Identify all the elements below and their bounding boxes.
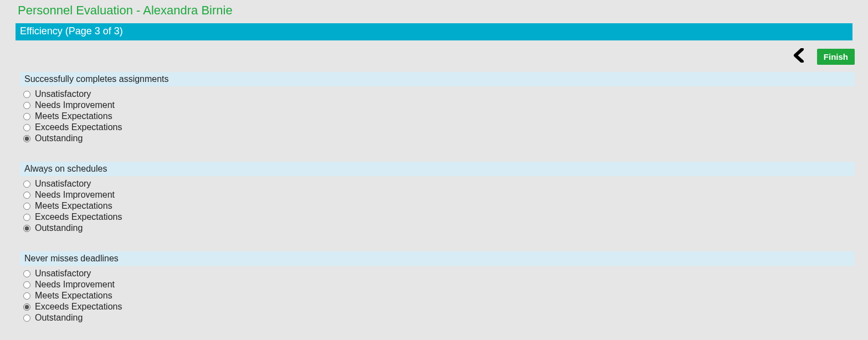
option-label[interactable]: Meets Expectations bbox=[35, 291, 112, 301]
option-row[interactable]: Exceeds Expectations bbox=[23, 301, 855, 312]
option-label[interactable]: Outstanding bbox=[35, 133, 83, 143]
option-radio[interactable] bbox=[23, 203, 30, 210]
finish-button[interactable]: Finish bbox=[817, 49, 855, 65]
option-row[interactable]: Meets Expectations bbox=[23, 290, 855, 301]
option-label[interactable]: Exceeds Expectations bbox=[35, 212, 122, 222]
option-radio[interactable] bbox=[23, 303, 30, 311]
option-label[interactable]: Needs Improvement bbox=[35, 280, 115, 290]
option-row[interactable]: Needs Improvement bbox=[23, 279, 855, 290]
option-radio[interactable] bbox=[23, 281, 30, 289]
page-title: Personnel Evaluation - Alexandra Birnie bbox=[0, 0, 868, 23]
option-radio[interactable] bbox=[23, 292, 30, 300]
options-group: UnsatisfactoryNeeds ImprovementMeets Exp… bbox=[20, 266, 855, 323]
option-row[interactable]: Needs Improvement bbox=[23, 189, 855, 200]
option-label[interactable]: Unsatisfactory bbox=[35, 269, 91, 279]
option-row[interactable]: Unsatisfactory bbox=[23, 268, 855, 279]
question-block: Never misses deadlinesUnsatisfactoryNeed… bbox=[20, 251, 855, 323]
option-radio[interactable] bbox=[23, 91, 30, 98]
option-label[interactable]: Exceeds Expectations bbox=[35, 302, 122, 312]
option-row[interactable]: Outstanding bbox=[23, 223, 855, 234]
question-block: Always on schedulesUnsatisfactoryNeeds I… bbox=[20, 162, 855, 234]
option-label[interactable]: Needs Improvement bbox=[35, 100, 115, 110]
option-row[interactable]: Needs Improvement bbox=[23, 100, 855, 111]
option-label[interactable]: Unsatisfactory bbox=[35, 179, 91, 189]
option-radio[interactable] bbox=[23, 225, 30, 232]
options-group: UnsatisfactoryNeeds ImprovementMeets Exp… bbox=[20, 86, 855, 144]
option-radio[interactable] bbox=[23, 135, 30, 142]
options-group: UnsatisfactoryNeeds ImprovementMeets Exp… bbox=[20, 176, 855, 234]
option-row[interactable]: Outstanding bbox=[23, 312, 855, 323]
option-radio[interactable] bbox=[23, 102, 30, 109]
option-label[interactable]: Meets Expectations bbox=[35, 201, 112, 211]
option-label[interactable]: Outstanding bbox=[35, 313, 83, 323]
chevron-left-icon bbox=[793, 48, 805, 63]
option-row[interactable]: Exceeds Expectations bbox=[23, 212, 855, 223]
option-radio[interactable] bbox=[23, 181, 30, 188]
option-radio[interactable] bbox=[23, 270, 30, 277]
option-label[interactable]: Outstanding bbox=[35, 223, 83, 233]
question-title: Successfully completes assignments bbox=[20, 72, 855, 86]
question-title: Never misses deadlines bbox=[20, 251, 855, 266]
option-label[interactable]: Exceeds Expectations bbox=[35, 122, 122, 132]
question-block: Successfully completes assignmentsUnsati… bbox=[20, 72, 855, 144]
evaluation-page: Personnel Evaluation - Alexandra Birnie … bbox=[0, 0, 868, 340]
option-row[interactable]: Outstanding bbox=[23, 133, 855, 144]
option-row[interactable]: Exceeds Expectations bbox=[23, 122, 855, 133]
option-radio[interactable] bbox=[23, 192, 30, 199]
option-radio[interactable] bbox=[23, 113, 30, 120]
back-icon[interactable] bbox=[793, 48, 805, 65]
option-row[interactable]: Unsatisfactory bbox=[23, 178, 855, 189]
nav-row: Finish bbox=[0, 40, 868, 72]
question-title: Always on schedules bbox=[20, 162, 855, 176]
option-radio[interactable] bbox=[23, 124, 30, 131]
option-row[interactable]: Meets Expectations bbox=[23, 200, 855, 212]
option-row[interactable]: Meets Expectations bbox=[23, 111, 855, 122]
option-label[interactable]: Needs Improvement bbox=[35, 190, 115, 200]
questions-container: Successfully completes assignmentsUnsati… bbox=[0, 72, 868, 340]
section-header: Efficiency (Page 3 of 3) bbox=[16, 23, 852, 40]
option-radio[interactable] bbox=[23, 214, 30, 221]
option-radio[interactable] bbox=[23, 315, 30, 322]
option-row[interactable]: Unsatisfactory bbox=[23, 89, 855, 100]
option-label[interactable]: Meets Expectations bbox=[35, 111, 112, 121]
option-label[interactable]: Unsatisfactory bbox=[35, 89, 91, 99]
